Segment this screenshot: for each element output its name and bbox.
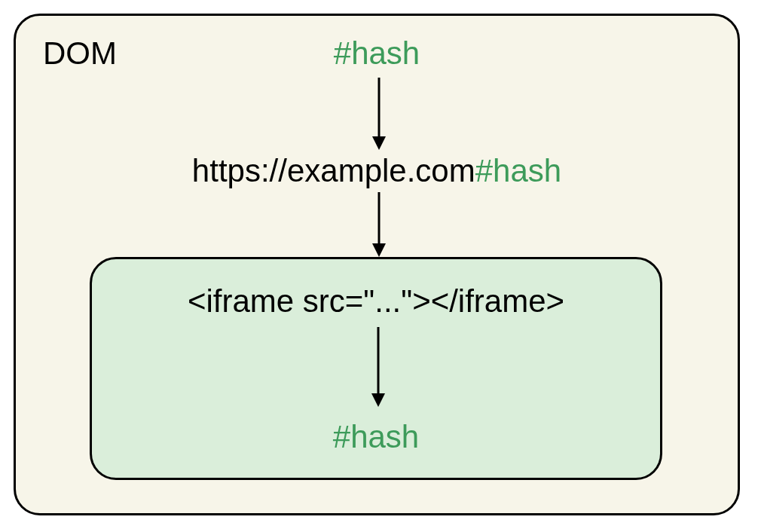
url-base: https://example.com [192,153,475,188]
svg-marker-1 [372,136,386,150]
dom-label: DOM [43,35,117,72]
arrow-hash-to-url [370,76,388,151]
hash-bottom: #hash [333,419,419,455]
arrow-url-to-iframe [370,191,388,258]
svg-marker-3 [372,243,386,257]
iframe-container: <iframe src="..."></iframe> #hash [90,257,662,480]
arrow-iframe-to-hash [369,326,387,408]
dom-container: DOM #hash https://example.com#hash <ifra… [14,14,740,515]
iframe-code: <iframe src="..."></iframe> [188,283,564,320]
url-line: https://example.com#hash [192,153,561,189]
svg-marker-5 [371,393,385,407]
hash-top: #hash [334,35,420,72]
url-hash: #hash [475,153,561,188]
